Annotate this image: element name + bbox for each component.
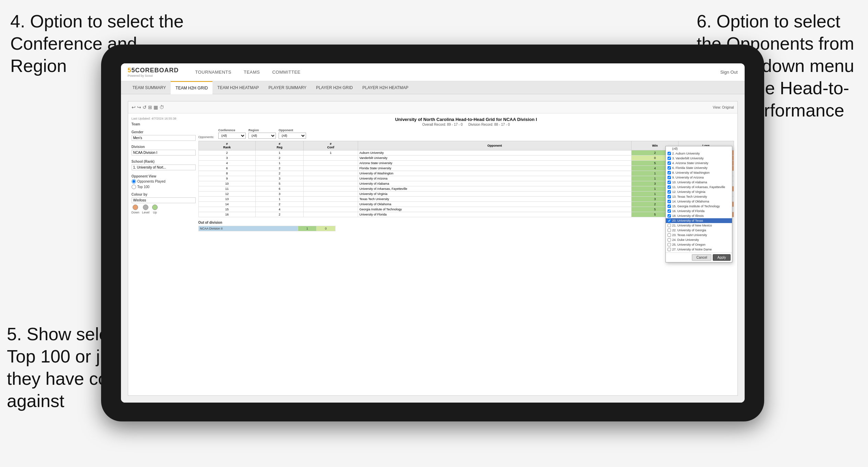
cell-opponent: Florida State University <box>358 166 632 171</box>
tab-team-h2h-grid[interactable]: TEAM H2H GRID <box>171 81 212 94</box>
dropdown-item[interactable]: 16. University of Florida <box>666 209 732 213</box>
division-section: Division NCAA Division I <box>132 145 196 156</box>
cell-opponent: Georgia Institute of Technology <box>358 207 632 212</box>
cell-reg: 3 <box>256 192 304 197</box>
cell-reg: 4 <box>256 207 304 212</box>
dropdown-item[interactable]: 23. Texas A&M University <box>666 233 732 237</box>
dropdown-checkbox[interactable] <box>668 200 671 203</box>
region-select[interactable]: (All) <box>248 133 276 139</box>
opponent-select[interactable]: (All) <box>279 133 306 139</box>
col-rank: #Rank <box>198 141 256 150</box>
dropdown-checkbox[interactable] <box>668 219 671 222</box>
dropdown-item[interactable]: 21. University of New Mexico <box>666 223 732 228</box>
dashboard: ↩ ↪ ↺ ⊞ ▦ ⏱ View: Original Last Updated:… <box>128 101 738 396</box>
dropdown-item[interactable]: 4. Arizona State University <box>666 161 732 165</box>
dropdown-checkbox[interactable] <box>668 171 671 174</box>
view-label: View: Original <box>713 106 734 109</box>
dropdown-checkbox[interactable] <box>668 243 671 246</box>
cell-rank: 6 <box>198 166 256 171</box>
dropdown-item[interactable]: 22. University of Georgia <box>666 228 732 233</box>
dropdown-item[interactable]: 3. Vanderbilt University <box>666 156 732 161</box>
cell-rank: 3 <box>198 156 256 161</box>
dropdown-item[interactable]: 10. University of Alabama <box>666 180 732 185</box>
dropdown-item[interactable]: 20. University of Texas <box>666 218 732 223</box>
clock-icon[interactable]: ⏱ <box>159 105 164 110</box>
dropdown-checkbox[interactable] <box>668 224 671 227</box>
dropdown-checkbox[interactable] <box>668 209 671 213</box>
conference-select[interactable]: (All) <box>218 133 246 139</box>
dropdown-checkbox[interactable] <box>668 248 671 251</box>
cell-reg: 2 <box>256 202 304 207</box>
dropdown-checkbox[interactable] <box>668 190 671 194</box>
cell-conf <box>304 192 358 197</box>
dropdown-item[interactable]: 15. Georgia Institute of Technology <box>666 204 732 209</box>
dropdown-item[interactable]: 9. University of Arizona <box>666 175 732 180</box>
cancel-button[interactable]: Cancel <box>692 254 711 261</box>
dropdown-item[interactable]: 24. Duke University <box>666 237 732 242</box>
table-row: 12 3 University of Virginia 1 0 <box>198 192 734 197</box>
dropdown-item[interactable]: 13. Texas Tech University <box>666 194 732 199</box>
dropdown-checkbox[interactable] <box>668 195 671 198</box>
division-select[interactable]: NCAA Division I <box>132 150 196 156</box>
conference-label: Conference <box>218 128 246 132</box>
dropdown-checkbox[interactable] <box>668 214 671 218</box>
dropdown-item[interactable]: 25. University of Oregon <box>666 242 732 247</box>
dropdown-checkbox[interactable] <box>668 238 671 242</box>
gender-select[interactable]: Men's <box>132 135 196 141</box>
copy-icon[interactable]: ⊞ <box>148 105 152 110</box>
dropdown-item[interactable]: 12. University of Virginia <box>666 189 732 194</box>
nav-bar: 55COREBOARD Powered by Scout TOURNAMENTS… <box>121 63 745 81</box>
apply-button[interactable]: Apply <box>713 254 730 261</box>
radio-group: Opponents Played Top 100 <box>132 179 196 189</box>
dropdown-checkbox[interactable] <box>668 229 671 232</box>
dropdown-item[interactable]: 14. University of Oklahoma <box>666 199 732 204</box>
reset-icon[interactable]: ↺ <box>143 105 147 110</box>
table-row: 2 1 1 Auburn University 2 1 <box>198 150 734 156</box>
table-row: 8 2 University of Washington 1 0 <box>198 171 734 176</box>
colour-by-select[interactable]: Win/loss <box>132 197 196 203</box>
dropdown-item[interactable]: 27. University of Notre Dame <box>666 247 732 252</box>
cell-reg: 3 <box>256 176 304 181</box>
nav-teams[interactable]: TEAMS <box>237 63 266 81</box>
dropdown-checkbox[interactable] <box>668 205 671 208</box>
dropdown-checkbox[interactable] <box>668 176 671 179</box>
h2h-table: #Rank #Reg #Conf Opponent Win Loss <box>198 141 734 217</box>
table-row: 4 1 Arizona State University 5 1 <box>198 161 734 166</box>
table-row: 15 4 Georgia Institute of Technology 5 0 <box>198 207 734 212</box>
dropdown-checkbox[interactable] <box>668 161 671 165</box>
redo-icon[interactable]: ↪ <box>137 105 141 110</box>
cell-opponent: Arizona State University <box>358 161 632 166</box>
colour-up: Up <box>152 205 158 214</box>
dropdown-item[interactable]: 11. University of Arkansas, Fayetteville <box>666 185 732 189</box>
radio-opponents-played[interactable]: Opponents Played <box>132 179 196 184</box>
colour-down: Down <box>132 205 139 214</box>
dropdown-checkbox[interactable] <box>668 181 671 184</box>
nav-tournaments[interactable]: TOURNAMENTS <box>189 63 238 81</box>
paste-icon[interactable]: ▦ <box>154 105 158 110</box>
dropdown-item[interactable]: (All) <box>666 146 732 151</box>
tab-team-h2h-heatmap[interactable]: TEAM H2H HEATMAP <box>212 81 264 94</box>
dropdown-item[interactable]: 18. University of Illinois <box>666 213 732 218</box>
tab-player-h2h-grid[interactable]: PLAYER H2H GRID <box>311 81 357 94</box>
tab-player-h2h-heatmap[interactable]: PLAYER H2H HEATMAP <box>358 81 413 94</box>
dropdown-item[interactable]: 6. Florida State University <box>666 165 732 170</box>
nav-sign-out[interactable]: Sign Out <box>720 70 738 75</box>
dropdown-checkbox[interactable] <box>668 166 671 170</box>
dropdown-checkbox[interactable] <box>668 152 671 155</box>
dropdown-checkbox[interactable] <box>668 185 671 189</box>
opponent-dropdown[interactable]: (All) 2. Auburn University 3. Vanderbilt… <box>665 146 732 262</box>
school-select[interactable]: 1. University of Nort... <box>132 164 196 170</box>
dropdown-checkbox[interactable] <box>668 233 671 237</box>
dropdown-checkbox[interactable] <box>668 157 671 160</box>
dropdown-item[interactable]: 2. Auburn University <box>666 151 732 156</box>
nav-committee[interactable]: COMMITTEE <box>266 63 307 81</box>
report-header: University of North Carolina Head-to-Hea… <box>198 117 734 126</box>
undo-icon[interactable]: ↩ <box>132 105 136 110</box>
table-row: 11 6 University of Arkansas, Fayettevill… <box>198 186 734 192</box>
radio-top-100[interactable]: Top 100 <box>132 185 196 189</box>
tab-player-summary[interactable]: PLAYER SUMMARY <box>264 81 311 94</box>
dropdown-item-label: 25. University of Oregon <box>672 243 706 246</box>
tab-team-summary[interactable]: TEAM SUMMARY <box>128 81 171 94</box>
cell-rank: 2 <box>198 150 256 156</box>
dropdown-item[interactable]: 8. University of Washington <box>666 170 732 175</box>
